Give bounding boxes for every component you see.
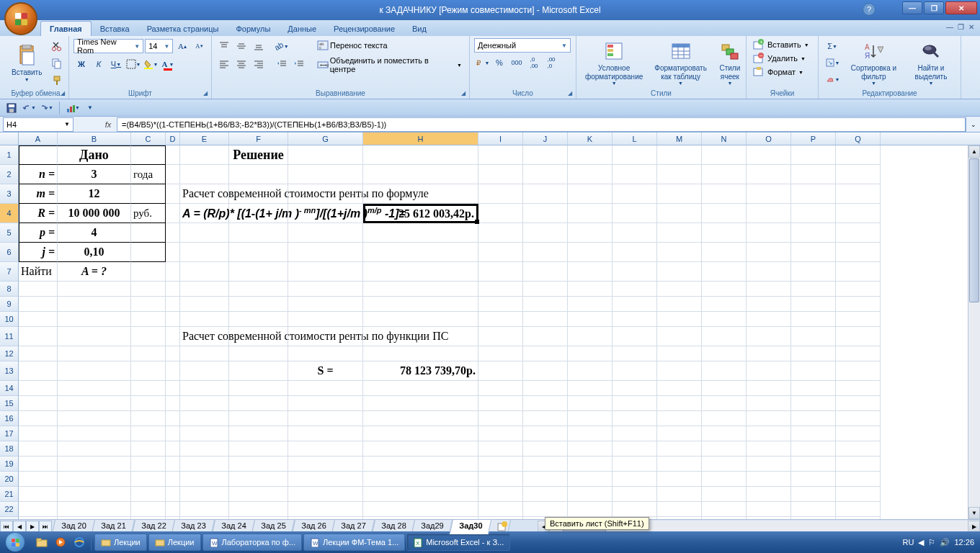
align-top-button[interactable] — [216, 38, 232, 54]
col-header-D[interactable]: D — [166, 132, 180, 145]
cell-A5[interactable]: p = — [19, 223, 58, 243]
cell-F1[interactable]: Решение — [229, 145, 288, 165]
percent-button[interactable]: % — [491, 55, 507, 71]
col-header-H[interactable]: H — [363, 132, 478, 145]
col-header-Q[interactable]: Q — [836, 132, 881, 145]
font-size-combo[interactable]: 14▼ — [145, 39, 173, 53]
grow-font-button[interactable]: A▴ — [174, 38, 190, 54]
ql-explorer[interactable] — [33, 534, 50, 551]
tray-icon[interactable]: ◀ — [918, 538, 924, 547]
wrap-text-button[interactable]: abc Перенос текста — [314, 38, 465, 53]
scroll-thumb[interactable] — [969, 158, 979, 302]
cell-A7[interactable]: Найти — [19, 262, 58, 282]
start-button[interactable] — [0, 531, 30, 553]
vertical-scrollbar[interactable]: ▲ ▼ — [968, 145, 980, 519]
font-name-combo[interactable]: Times New Rom▼ — [74, 39, 143, 53]
col-header-G[interactable]: G — [288, 132, 363, 145]
col-header-M[interactable]: M — [657, 132, 702, 145]
col-header-K[interactable]: K — [568, 132, 612, 145]
scroll-up-button[interactable]: ▲ — [968, 145, 980, 158]
cell-C4[interactable]: руб. — [131, 204, 166, 223]
col-header-F[interactable]: F — [229, 132, 288, 145]
name-box[interactable]: H4 ▼ — [3, 117, 74, 132]
comma-button[interactable]: 000 — [509, 55, 525, 71]
alignment-launcher[interactable]: ◢ — [459, 89, 468, 97]
conditional-formatting-button[interactable]: Условное форматирование ▼ — [581, 38, 647, 89]
row-header-4[interactable]: 4 — [0, 204, 19, 223]
col-header-P[interactable]: P — [791, 132, 836, 145]
number-launcher[interactable]: ◢ — [566, 89, 574, 97]
task-item-active[interactable]: XMicrosoft Excel - к З... — [406, 534, 510, 551]
undo-button[interactable]: ▼ — [22, 101, 36, 115]
clear-button[interactable]: ▼ — [823, 71, 842, 87]
save-button[interactable] — [4, 101, 19, 115]
bold-button[interactable]: Ж — [74, 56, 89, 72]
cell-B2[interactable]: 3 — [58, 165, 131, 184]
fill-button[interactable]: ▼ — [823, 55, 842, 71]
copy-button[interactable] — [49, 55, 65, 71]
sort-filter-button[interactable]: AЯ Сортировка и фильтр ▼ — [845, 38, 903, 89]
cell-E3[interactable]: Расчет современной стоимости ренты по фо… — [180, 184, 229, 204]
maximize-button[interactable]: ❐ — [924, 1, 944, 14]
align-center-button[interactable] — [233, 56, 249, 72]
cell-B5[interactable]: 4 — [58, 223, 131, 243]
worksheet-grid[interactable]: A B C D E F G H I J K L M N O P Q 1 Дано… — [0, 132, 980, 519]
col-header-C[interactable]: C — [131, 132, 166, 145]
formula-expand[interactable]: ⌄ — [966, 117, 980, 132]
tab-home[interactable]: Главная — [40, 21, 92, 36]
col-header-I[interactable]: I — [478, 132, 523, 145]
task-item[interactable]: WЛабораторка по ф... — [202, 534, 302, 551]
number-format-combo[interactable]: Денежный▼ — [474, 38, 571, 53]
italic-button[interactable]: К — [91, 56, 107, 72]
qat-chart-button[interactable]: ▼ — [66, 101, 80, 115]
currency-button[interactable]: ₽▼ — [474, 55, 490, 71]
font-color-button[interactable]: A▼ — [160, 56, 176, 72]
sheet-tab-active[interactable]: Зад30 — [450, 519, 492, 534]
underline-button[interactable]: Ч ▼ — [108, 56, 124, 72]
select-all-corner[interactable] — [0, 132, 19, 145]
format-painter-button[interactable] — [49, 73, 65, 89]
cell-A3[interactable]: m = — [19, 184, 58, 204]
cell-B7[interactable]: A = ? — [58, 262, 131, 282]
language-indicator[interactable]: RU — [903, 538, 914, 547]
format-as-table-button[interactable]: Форматировать как таблицу ▼ — [650, 38, 711, 89]
fx-button[interactable]: fx — [101, 117, 115, 132]
col-header-B[interactable]: B — [58, 132, 131, 145]
tab-formulas[interactable]: Формулы — [227, 22, 279, 36]
row-header-1[interactable]: 1 — [0, 145, 19, 165]
autosum-button[interactable]: Σ ▼ — [823, 38, 842, 54]
font-launcher[interactable]: ◢ — [201, 89, 210, 97]
cell-B3[interactable]: 12 — [58, 184, 131, 204]
qat-customize[interactable]: ▼ — [83, 101, 97, 115]
ql-ie[interactable] — [71, 534, 88, 551]
align-middle-button[interactable] — [233, 38, 249, 54]
align-bottom-button[interactable] — [251, 38, 267, 54]
task-item[interactable]: Лекции — [148, 534, 201, 551]
cell-H13[interactable]: 78 123 739,70р. — [363, 361, 478, 381]
cell-B6[interactable]: 0,10 — [58, 243, 131, 262]
cell-E11[interactable]: Расчет современной стоимости ренты по фу… — [180, 327, 229, 346]
help-button[interactable]: ? — [863, 3, 876, 16]
ql-wmp[interactable] — [52, 534, 69, 551]
doc-restore[interactable]: ❐ — [958, 23, 964, 31]
cell-B1[interactable]: Дано — [58, 145, 131, 165]
tray-icon[interactable]: ⚐ — [928, 538, 935, 547]
cell-A4[interactable]: R = — [19, 204, 58, 223]
cut-button[interactable] — [49, 38, 65, 54]
col-header-O[interactable]: O — [747, 132, 791, 145]
cell-G13[interactable]: S = — [288, 361, 363, 381]
cell-A6[interactable]: j = — [19, 243, 58, 262]
cell-H4[interactable]: 25 612 003,42р. — [363, 204, 478, 223]
cell-C2[interactable]: года — [131, 165, 166, 184]
row-header-5[interactable]: 5 — [0, 223, 19, 243]
increase-decimal-button[interactable]: ,0,00 — [526, 55, 542, 71]
shrink-font-button[interactable]: A▾ — [192, 38, 207, 54]
tab-insert[interactable]: Вставка — [92, 22, 138, 36]
cell-H1[interactable] — [363, 145, 478, 165]
cell-E1[interactable] — [180, 145, 229, 165]
cell-A1[interactable] — [19, 145, 58, 165]
formula-input[interactable]: =(B4/B5)*((1-СТЕПЕНЬ(1+B6/B3;-B2*B3))/(С… — [117, 117, 966, 132]
cell-A2[interactable]: n = — [19, 165, 58, 184]
row-header-2[interactable]: 2 — [0, 165, 19, 184]
col-header-J[interactable]: J — [523, 132, 568, 145]
